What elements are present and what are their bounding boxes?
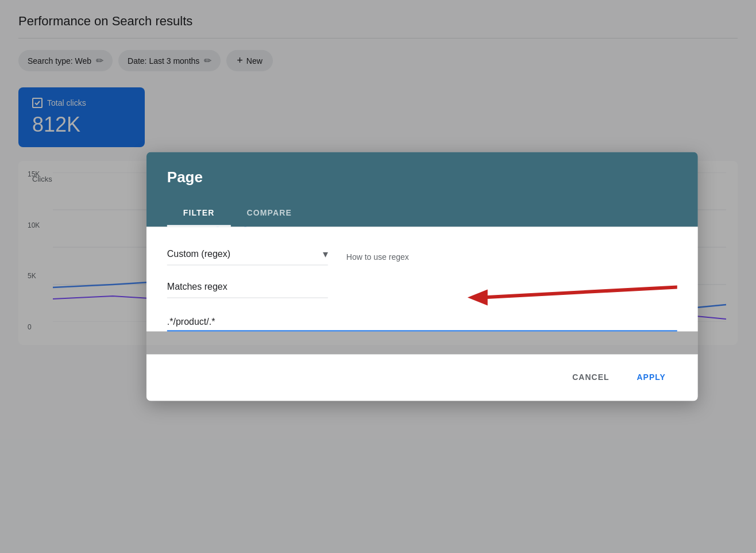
dropdown-label: Custom (regex) [167,249,318,259]
tab-compare[interactable]: COMPARE [230,200,307,227]
tab-filter[interactable]: FILTER [167,200,231,227]
dropdown-arrow-icon: ▾ [323,248,328,260]
modal-header: Page FILTER COMPARE [146,152,698,227]
dropdown-row: Custom (regex) ▾ How to use regex [167,248,677,266]
modal-title: Page [167,168,677,186]
modal-tabs: FILTER COMPARE [167,200,677,227]
regex-input[interactable] [167,317,677,332]
filter-modal: Page FILTER COMPARE Custom (regex) ▾ How… [146,152,698,401]
cancel-button[interactable]: CANCEL [561,367,620,387]
how-to-use-regex-link[interactable]: How to use regex [346,252,409,261]
apply-button[interactable]: APPLY [626,367,677,387]
regex-input-row [167,317,677,332]
matches-row: Matches regex [167,282,677,298]
regex-type-dropdown[interactable]: Custom (regex) ▾ [167,248,328,266]
modal-body: Custom (regex) ▾ How to use regex Matche… [146,227,698,332]
matches-label: Matches regex [167,282,328,298]
matches-section: Matches regex [167,282,677,298]
modal-footer: CANCEL APPLY [146,355,698,401]
